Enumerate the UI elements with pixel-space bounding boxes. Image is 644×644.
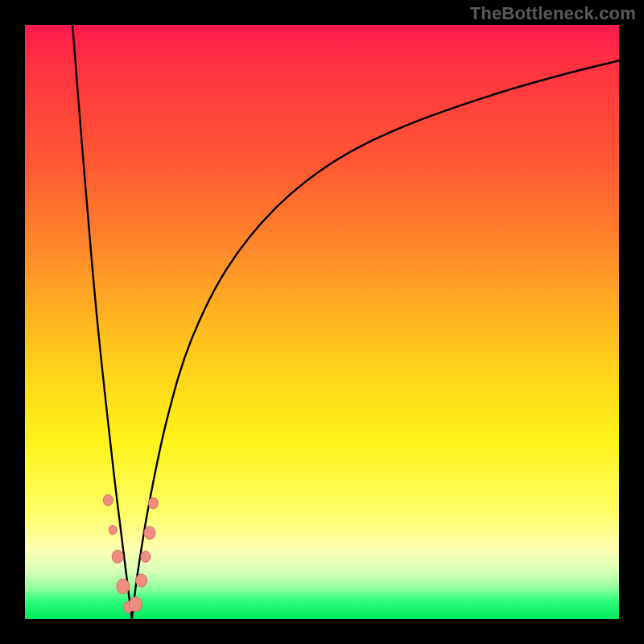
data-marker: [148, 497, 158, 509]
data-marker: [109, 526, 117, 535]
data-marker: [103, 495, 113, 506]
plot-area: [25, 25, 619, 619]
curve-left-branch: [72, 25, 132, 619]
data-marker: [136, 574, 147, 587]
data-marker: [141, 551, 151, 563]
data-marker: [144, 526, 155, 539]
data-marker: [129, 597, 142, 611]
data-marker: [112, 550, 123, 563]
data-marker: [117, 579, 130, 593]
chart-frame: TheBottleneck.com: [0, 0, 644, 644]
watermark-text: TheBottleneck.com: [470, 3, 636, 24]
bottleneck-curve: [25, 25, 619, 619]
curve-right-branch: [132, 60, 619, 619]
